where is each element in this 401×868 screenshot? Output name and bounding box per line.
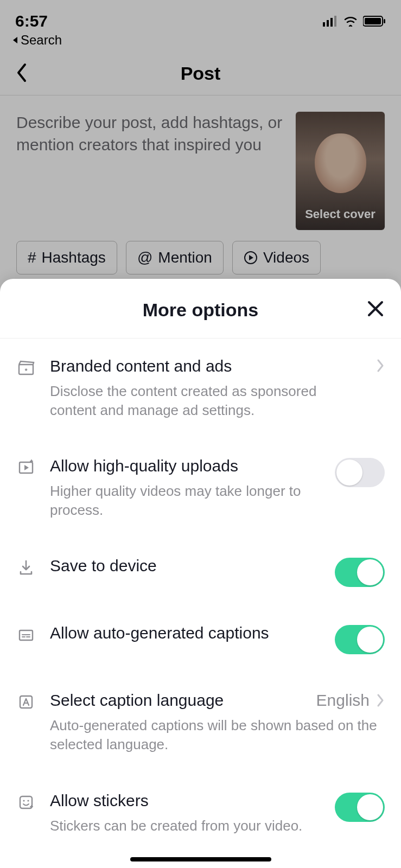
chevron-right-icon — [376, 358, 385, 373]
page-title: Post — [0, 63, 401, 84]
select-cover-label: Select cover — [296, 207, 385, 221]
cellular-icon — [323, 16, 338, 27]
language-value: English — [316, 691, 370, 710]
option-title: Allow stickers — [50, 792, 321, 810]
back-button[interactable] — [15, 62, 27, 85]
option-stickers: Allow stickers Stickers can be created f… — [0, 773, 401, 854]
status-indicators — [323, 16, 386, 27]
option-caption-language[interactable]: Select caption language English Auto-gen… — [0, 673, 401, 773]
back-search-link[interactable]: Search — [0, 33, 401, 52]
download-icon — [17, 559, 35, 576]
option-title: Save to device — [50, 557, 321, 575]
option-subtitle: Stickers can be created from your video. — [50, 816, 321, 835]
option-title: Select caption language — [50, 691, 224, 710]
play-circle-icon — [244, 251, 258, 265]
option-subtitle: Disclose the content created as sponsore… — [50, 382, 362, 420]
home-indicator[interactable] — [130, 857, 271, 861]
option-title: Allow high-quality uploads — [50, 457, 321, 475]
clapperboard-icon — [17, 359, 35, 376]
stickers-toggle[interactable] — [335, 793, 385, 822]
caret-left-icon — [12, 36, 18, 44]
svg-point-13 — [23, 800, 24, 801]
svg-rect-2 — [330, 18, 333, 27]
status-time: 6:57 — [15, 12, 48, 30]
svg-rect-0 — [323, 22, 325, 27]
sheet-header: More options — [0, 279, 401, 339]
options-list: Branded content and ads Disclose the con… — [0, 339, 401, 868]
wifi-icon — [343, 16, 358, 27]
mention-chip-label: Mention — [158, 249, 212, 266]
option-save-device: Save to device — [0, 538, 401, 605]
option-title: Allow auto-generated captions — [50, 624, 321, 642]
videos-chip-label: Videos — [263, 249, 309, 266]
sheet-title: More options — [0, 299, 401, 321]
hashtags-chip[interactable]: # Hashtags — [16, 241, 117, 275]
close-button[interactable] — [366, 299, 385, 320]
status-bar: 6:57 — [0, 0, 401, 33]
svg-rect-5 — [365, 18, 381, 24]
chevron-left-icon — [15, 62, 27, 83]
hashtags-chip-label: Hashtags — [42, 249, 106, 266]
back-search-label: Search — [21, 33, 62, 48]
option-subtitle: Higher quality videos may take longer to… — [50, 482, 321, 520]
videos-chip[interactable]: Videos — [232, 241, 321, 275]
svg-rect-3 — [334, 16, 336, 27]
cover-thumbnail[interactable]: Select cover — [296, 112, 385, 230]
battery-icon — [363, 16, 386, 27]
more-options-sheet: More options Branded content and ads Dis… — [0, 279, 401, 868]
captions-toggle[interactable] — [335, 625, 385, 654]
option-subtitle: Auto-generated captions will be shown ba… — [50, 716, 385, 754]
hq-toggle[interactable] — [335, 458, 385, 487]
option-title: Branded content and ads — [50, 357, 362, 375]
save-toggle[interactable] — [335, 558, 385, 587]
upload-video-icon — [17, 459, 35, 476]
at-icon: @ — [137, 249, 152, 266]
page-header: Post — [0, 52, 401, 95]
chevron-right-icon — [376, 693, 385, 708]
caption-input[interactable]: Describe your post, add hashtags, or men… — [16, 112, 285, 230]
option-branded-content[interactable]: Branded content and ads Disclose the con… — [0, 339, 401, 438]
svg-point-14 — [27, 800, 29, 801]
mention-chip[interactable]: @ Mention — [126, 241, 224, 275]
close-icon — [366, 299, 385, 318]
svg-rect-1 — [327, 20, 329, 27]
captions-icon — [17, 626, 35, 643]
language-icon — [17, 693, 35, 711]
cover-face — [315, 133, 366, 193]
compose-area: Describe your post, add hashtags, or men… — [0, 95, 401, 241]
sticker-icon — [17, 794, 35, 811]
svg-rect-11 — [20, 696, 32, 708]
option-high-quality: Allow high-quality uploads Higher qualit… — [0, 438, 401, 538]
hash-icon: # — [28, 249, 36, 266]
svg-rect-6 — [384, 19, 385, 23]
option-auto-captions: Allow auto-generated captions — [0, 605, 401, 673]
